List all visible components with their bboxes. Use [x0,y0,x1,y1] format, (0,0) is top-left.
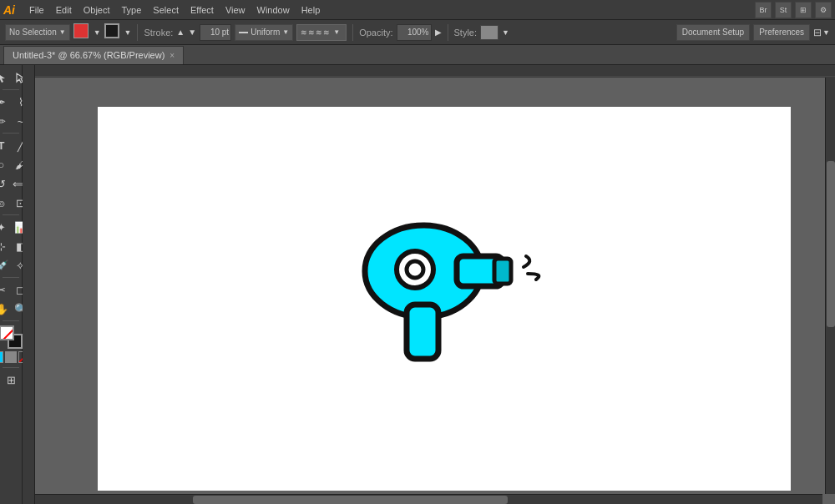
tab-bar: Untitled-3* @ 66.67% (RGB/Preview) × [0,45,835,65]
rotate-tool[interactable]: ↺ [0,174,11,193]
menu-effect[interactable]: Effect [185,3,220,17]
tool-sep-2 [3,133,19,134]
stroke-color-group: ▼ [104,23,132,42]
pencil-tool[interactable]: ✏ [0,112,11,130]
artboard-button[interactable]: ⊞ [2,370,20,389]
fill-color-swatch[interactable] [73,23,92,42]
fill-stroke-indicator[interactable] [0,325,23,349]
selection-dropdown[interactable]: No Selection ▼ [5,24,70,41]
ruler-vertical [23,65,35,504]
arrange-icons[interactable]: ⊟ ▼ [813,24,830,41]
bridge-icon[interactable]: Br [755,2,772,18]
hand-tool[interactable]: ✋ [0,300,11,318]
stroke-type-label: Uniform [250,28,280,37]
tool-sep-3 [3,214,19,215]
svg-line-0 [1,327,14,340]
stroke-down-arrow[interactable]: ▼ [188,28,196,37]
svg-rect-6 [407,305,438,359]
pen-tool[interactable]: ✒ [0,93,11,111]
stroke-color-swatch[interactable] [104,23,123,42]
tool-sep-4 [3,277,19,278]
artboard [98,107,791,491]
fill-dropdown-arrow[interactable]: ▼ [94,28,101,37]
chevron-down-icon-3: ▼ [333,28,340,36]
menu-type[interactable]: Type [116,3,148,17]
style-label: Style: [454,28,478,38]
hairdryer-illustration[interactable] [327,188,561,371]
separator-3 [448,24,448,41]
svg-rect-5 [494,259,511,284]
tool-sep-5 [3,320,19,321]
fill-color-group: ▼ [73,23,101,42]
type-tool[interactable]: T [0,136,11,154]
menu-bar: Ai File Edit Object Type Select Effect V… [0,0,835,20]
main-area: ✒ ⌇ ✏ ~ T ╱ ○ 🖌 ↺ ⟺ ⌾ ⊡ ✦ 📊 [0,65,835,504]
variable-width-dropdown[interactable]: ≋≋≋≋ ▼ [296,24,347,41]
opacity-value-input[interactable] [397,24,432,41]
symbol-sprayer-tool[interactable]: ✦ [0,218,11,236]
gradient-button[interactable] [5,351,17,363]
search-icon[interactable]: ⚙ [815,2,832,18]
toolbox: ✒ ⌇ ✏ ~ T ╱ ○ 🖌 ↺ ⟺ ⌾ ⊡ ✦ 📊 [0,65,23,504]
opacity-more-icon[interactable]: ▶ [435,28,442,37]
chevron-down-icon: ▼ [59,28,66,36]
opacity-label: Opacity: [359,28,392,38]
selection-tool[interactable] [0,68,11,87]
variable-width-label: ≋≋≋≋ [301,28,331,37]
svg-point-8 [407,261,423,278]
ellipse-tool[interactable]: ○ [0,155,11,174]
separator-2 [352,24,353,41]
tab-close-button[interactable]: × [170,51,175,60]
menu-edit[interactable]: Edit [50,3,78,17]
ruler-horizontal [23,65,835,78]
eyedropper-tool[interactable]: 💉 [0,256,11,275]
stroke-dropdown-arrow[interactable]: ▼ [124,28,132,37]
artboard-nav[interactable]: ⊞ [2,370,20,389]
stroke-label: Stroke: [144,28,173,38]
scissors-tool[interactable]: ✂ [0,280,11,299]
tab-title: Untitled-3* @ 66.67% (RGB/Preview) [13,50,164,60]
style-swatch[interactable] [480,25,498,40]
tool-sep-1 [3,89,19,90]
stroke-up-arrow[interactable]: ▲ [176,28,185,37]
selection-label: No Selection [9,28,57,37]
separator-1 [137,24,138,41]
color-mode-button[interactable] [0,351,3,363]
stroke-profile-dropdown[interactable]: Uniform ▼ [235,24,293,41]
tool-sep-6 [3,367,19,368]
options-toolbar: No Selection ▼ ▼ ▼ Stroke: ▲ ▼ Uniform ▼… [0,20,835,45]
scrollbar-thumb-v[interactable] [827,161,835,328]
menu-help[interactable]: Help [296,3,326,17]
preferences-button[interactable]: Preferences [753,24,810,41]
mesh-tool[interactable]: ⊹ [0,237,11,255]
stroke-value-input[interactable] [200,24,231,41]
document-setup-button[interactable]: Document Setup [676,24,751,41]
scrollbar-horizontal[interactable] [35,494,822,504]
scrollbar-vertical[interactable] [825,78,835,494]
stock-icon[interactable]: St [775,2,792,18]
menu-object[interactable]: Object [78,3,116,17]
menu-select[interactable]: Select [147,3,185,17]
scrollbar-thumb-h[interactable] [193,496,508,504]
workspace-icon[interactable]: ⊞ [795,2,812,18]
menu-view[interactable]: View [220,3,251,17]
menu-file[interactable]: File [23,3,50,17]
menu-window[interactable]: Window [251,3,296,17]
style-dropdown-arrow[interactable]: ▼ [502,28,509,37]
canvas-area[interactable] [23,65,835,504]
document-tab[interactable]: Untitled-3* @ 66.67% (RGB/Preview) × [3,46,184,64]
chevron-down-icon-2: ▼ [282,28,289,36]
app-logo: Ai [3,3,15,17]
warp-tool[interactable]: ⌾ [0,194,11,212]
